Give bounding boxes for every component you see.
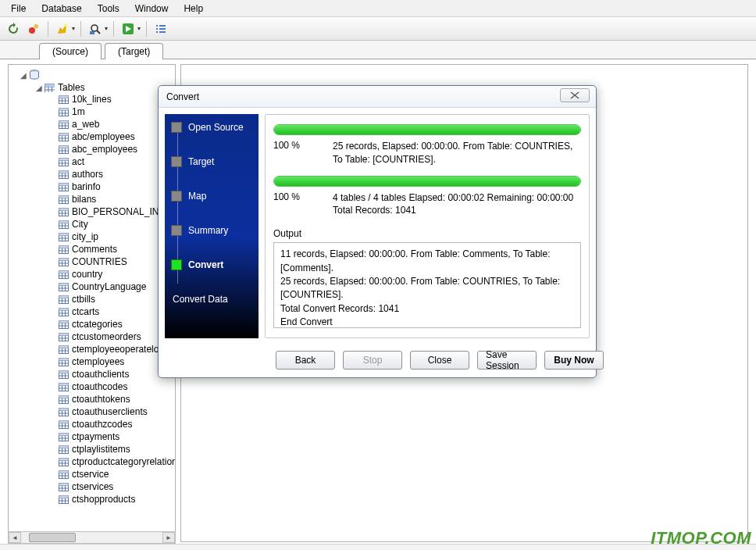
svg-rect-139	[59, 333, 69, 335]
back-button[interactable]: Back	[276, 351, 335, 370]
table-item[interactable]: ctemployeeoperatelog	[9, 343, 175, 355]
table-item[interactable]: ctbills	[9, 293, 175, 305]
table-item[interactable]: abc_employees	[9, 143, 175, 155]
tables-folder[interactable]: ◢Tables	[9, 82, 175, 93]
table-item[interactable]: 1m	[9, 105, 175, 118]
svg-rect-43	[59, 133, 69, 135]
dialog-close-button[interactable]	[560, 88, 590, 102]
collapse-icon[interactable]: ◢	[20, 71, 27, 79]
table-item[interactable]: BIO_PERSONAL_INF	[9, 205, 175, 218]
scroll-right-icon[interactable]: ►	[162, 532, 175, 543]
wizard-step[interactable]: Summary	[171, 225, 254, 236]
menu-database[interactable]: Database	[34, 2, 89, 16]
table-name: 1m	[72, 106, 85, 117]
disconnect-icon[interactable]	[25, 20, 42, 38]
table-item[interactable]: Comments	[9, 243, 175, 255]
step-box-icon	[171, 191, 182, 202]
scroll-left-icon[interactable]: ◄	[9, 532, 21, 543]
stop-button[interactable]: Stop	[343, 351, 402, 370]
table-item[interactable]: CountryLanguage	[9, 280, 175, 293]
sidebar-hscrollbar[interactable]: ◄ ►	[8, 531, 176, 544]
table-name: abc_employees	[72, 144, 137, 155]
table-item[interactable]: act	[9, 155, 175, 168]
table-item[interactable]: ctoauthcodes	[9, 380, 175, 393]
table-name: ctplaylistitems	[72, 444, 130, 455]
table-item[interactable]: ctproductcategoryrelation	[9, 455, 175, 468]
table-item[interactable]: ctservices	[9, 480, 175, 493]
toolbar-separator	[48, 21, 48, 37]
svg-rect-79	[59, 208, 69, 210]
tab-bar: (Source) (Target)	[0, 41, 756, 59]
svg-rect-10	[159, 28, 166, 30]
table-item[interactable]: ctoauthtokens	[9, 393, 175, 405]
table-item[interactable]: ctcustomeorders	[9, 330, 175, 343]
table-item[interactable]: COUNTRIES	[9, 255, 175, 268]
save-session-button[interactable]: Save Session	[477, 351, 537, 370]
table-item[interactable]: barinfo	[9, 180, 175, 193]
table-item[interactable]: city_ip	[9, 230, 175, 243]
list-view-icon[interactable]	[152, 20, 169, 38]
table-item[interactable]: City	[9, 218, 175, 230]
refresh-icon[interactable]	[5, 20, 22, 38]
output-line: Total Convert Records: 1041	[280, 302, 574, 316]
caret-down-icon: ▾	[72, 25, 75, 32]
table-item[interactable]: a_web	[9, 118, 175, 130]
tree-root[interactable]: ◢	[9, 70, 175, 80]
tab-source[interactable]: (Source)	[39, 43, 102, 59]
table-item[interactable]: ctemployees	[9, 355, 175, 368]
table-item[interactable]: ctpayments	[9, 430, 175, 443]
svg-rect-115	[59, 283, 69, 285]
svg-rect-55	[59, 158, 69, 160]
wizard-step[interactable]: Target	[171, 156, 254, 167]
table-item[interactable]: ctcategories	[9, 318, 175, 330]
table-name: ctshopproducts	[72, 494, 135, 505]
output-label: Output	[273, 228, 581, 239]
table-item[interactable]: ctoauthuserclients	[9, 405, 175, 418]
step-box-icon	[171, 122, 182, 133]
wizard-step[interactable]: Map	[171, 191, 254, 202]
wizard-dropdown[interactable]: ▾	[54, 20, 75, 38]
table-name: ctproductcategoryrelation	[72, 456, 176, 467]
progress-2-text: 4 tables / 4 tables Elapsed: 00:00:02 Re…	[333, 191, 581, 218]
close-button[interactable]: Close	[410, 351, 469, 370]
svg-rect-9	[156, 28, 158, 30]
table-name: City	[72, 219, 88, 230]
collapse-icon[interactable]: ◢	[35, 84, 43, 91]
buy-now-button[interactable]: Buy Now	[544, 351, 604, 370]
table-item[interactable]: 10k_lines	[9, 93, 175, 105]
tree-panel[interactable]: ◢◢Tables10k_lines1ma_webabc/employeesabc…	[8, 64, 176, 542]
svg-rect-175	[59, 408, 69, 410]
menu-file[interactable]: File	[3, 2, 34, 16]
table-item[interactable]: authors	[9, 168, 175, 180]
table-item[interactable]: country	[9, 268, 175, 280]
table-name: act	[72, 156, 84, 167]
svg-rect-11	[156, 31, 158, 33]
table-item[interactable]: abc/employees	[9, 130, 175, 143]
run-dropdown[interactable]: ▾	[119, 20, 141, 38]
scroll-track[interactable]	[21, 532, 162, 543]
table-item[interactable]: ctoauthclients	[9, 368, 175, 380]
tab-target[interactable]: (Target)	[105, 43, 163, 59]
table-item[interactable]: ctoauthzcodes	[9, 418, 175, 430]
dialog-titlebar[interactable]: Convert	[159, 86, 596, 108]
svg-rect-91	[59, 233, 69, 235]
table-name: Comments	[72, 244, 117, 255]
menu-help[interactable]: Help	[176, 2, 211, 16]
table-name: ctemployeeoperatelog	[72, 344, 164, 355]
table-item[interactable]: ctservice	[9, 468, 175, 480]
scroll-thumb[interactable]	[29, 533, 76, 542]
step-label: Target	[188, 156, 214, 167]
table-item[interactable]: bilans	[9, 193, 175, 205]
output-textarea[interactable]: 11 records, Elapsed: 00:00:00. From Tabl…	[273, 242, 581, 328]
menu-tools[interactable]: Tools	[90, 2, 127, 16]
wizard-step[interactable]: Open Source	[171, 122, 254, 133]
svg-rect-199	[59, 458, 69, 460]
menu-window[interactable]: Window	[127, 2, 177, 16]
search-dropdown[interactable]: ▾	[87, 20, 108, 38]
table-item[interactable]: ctplaylistitems	[9, 443, 175, 455]
wizard-step[interactable]: Convert	[171, 259, 254, 270]
svg-rect-193	[59, 445, 69, 448]
table-item[interactable]: ctshopproducts	[9, 493, 175, 505]
table-name: ctoauthcodes	[72, 381, 127, 392]
table-item[interactable]: ctcarts	[9, 305, 175, 318]
